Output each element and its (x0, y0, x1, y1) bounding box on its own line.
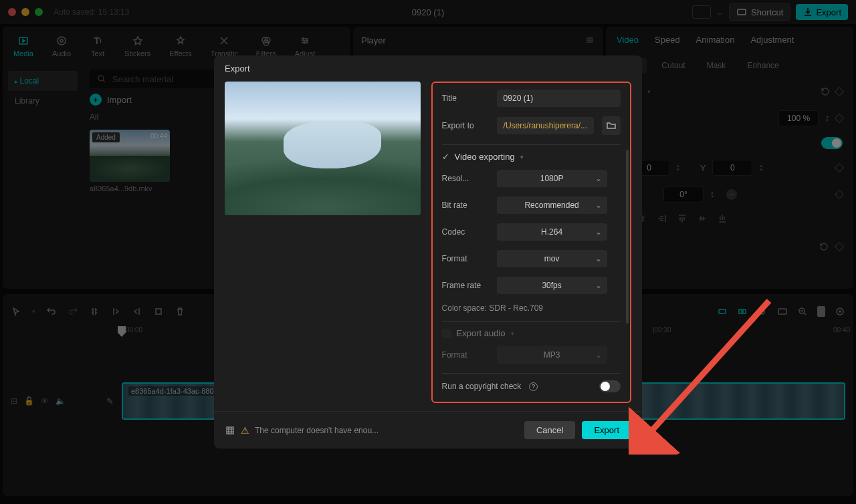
folder-icon (606, 120, 617, 131)
codec-label: Codec (442, 227, 489, 237)
exportto-field-label: Export to (442, 121, 489, 130)
framerate-dropdown[interactable]: 30fps (497, 277, 607, 294)
export-settings-highlighted: Title Export to /Users/ranushiperera/...… (431, 82, 631, 403)
dialog-title: Export (214, 55, 642, 82)
title-input[interactable] (497, 90, 621, 107)
scrollbar[interactable] (626, 150, 629, 324)
export-dialog-overlay: Export Title Export to /Users/ranushiper… (0, 0, 856, 504)
info-icon[interactable]: ? (529, 382, 538, 391)
export-preview-thumbnail (225, 82, 421, 215)
cancel-button[interactable]: Cancel (524, 421, 575, 439)
warning-icon: ⚠ (241, 425, 249, 436)
video-exporting-label: Video exporting (455, 152, 515, 162)
audio-format-label: Format (442, 350, 489, 360)
format-label: Format (442, 254, 489, 263)
browse-folder-button[interactable] (602, 116, 621, 135)
copyright-toggle[interactable] (599, 380, 621, 392)
svg-rect-15 (227, 427, 233, 434)
copyright-check-label: Run a copyright check (442, 382, 522, 391)
format-dropdown[interactable]: mov (497, 250, 607, 267)
video-export-checkbox[interactable]: ✓ (442, 152, 449, 162)
framerate-label: Frame rate (442, 281, 489, 290)
audio-format-dropdown: MP3 (497, 346, 607, 364)
colorspace-info: Color space: SDR - Rec.709 (442, 303, 621, 313)
bitrate-label: Bit rate (442, 201, 489, 210)
title-field-label: Title (442, 94, 489, 103)
export-dialog: Export Title Export to /Users/ranushiper… (214, 55, 642, 449)
export-path-display: /Users/ranushiperera/... (497, 117, 594, 134)
export-button[interactable]: Export (582, 421, 631, 439)
resolution-dropdown[interactable]: 1080P (497, 170, 607, 187)
resolution-label: Resol... (442, 174, 489, 183)
film-icon (225, 425, 235, 436)
codec-dropdown[interactable]: H.264 (497, 223, 607, 241)
bitrate-dropdown[interactable]: Recommended (497, 197, 607, 214)
footer-warning-text: The computer doesn't have enou... (255, 426, 379, 435)
audio-export-label: Export audio (457, 328, 506, 338)
audio-export-checkbox[interactable] (442, 329, 451, 338)
